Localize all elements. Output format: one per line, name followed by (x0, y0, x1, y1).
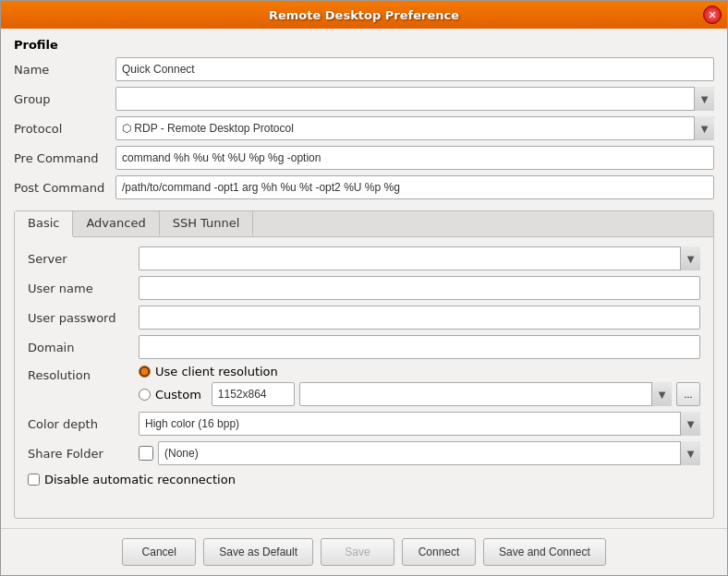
password-row: User password (28, 306, 700, 330)
save-button[interactable]: Save (321, 538, 394, 566)
name-input[interactable] (115, 57, 714, 81)
disable-reconnect-label: Disable automatic reconnection (44, 473, 236, 486)
resolution-use-client-radio[interactable] (139, 366, 151, 378)
resolution-custom-select[interactable] (299, 382, 672, 406)
username-row: User name (28, 276, 700, 300)
resolution-label: Resolution (28, 365, 139, 382)
resolution-custom-input[interactable] (212, 382, 295, 406)
name-label: Name (14, 63, 115, 77)
resolution-use-client-row: Use client resolution (139, 365, 700, 378)
window-title: Remote Desktop Preference (269, 8, 459, 22)
resolution-custom-row: Custom ▼ ... (139, 382, 700, 406)
close-button[interactable]: ✕ (703, 6, 722, 24)
server-row: Server ▼ (28, 246, 700, 270)
name-row: Name (14, 57, 714, 81)
tabs-header: Basic Advanced SSH Tunnel (15, 211, 713, 237)
domain-row: Domain (28, 335, 700, 359)
color-depth-row: Color depth High color (16 bpp) ▼ (28, 412, 700, 436)
basic-tab-content: Server ▼ User name (15, 237, 713, 518)
color-depth-control: High color (16 bpp) ▼ (139, 412, 700, 436)
main-window: Remote Desktop Preference ✕ Profile Name… (0, 0, 728, 576)
password-input[interactable] (139, 306, 700, 330)
tab-basic[interactable]: Basic (15, 211, 73, 237)
username-input[interactable] (139, 276, 700, 300)
cancel-button[interactable]: Cancel (122, 538, 196, 566)
resolution-dots-button[interactable]: ... (676, 382, 700, 406)
share-folder-control: (None) ▼ (139, 441, 700, 465)
pre-command-input[interactable] (115, 146, 714, 170)
tab-advanced[interactable]: Advanced (73, 211, 159, 236)
save-connect-button[interactable]: Save and Connect (483, 538, 606, 566)
name-control (115, 57, 714, 81)
disable-reconnect-row: Disable automatic reconnection (28, 473, 700, 486)
protocol-select[interactable]: ⬡ RDP - Remote Desktop Protocol (115, 116, 714, 140)
server-control: ▼ (139, 246, 700, 270)
protocol-row: Protocol ⬡ RDP - Remote Desktop Protocol… (14, 116, 714, 140)
protocol-select-wrapper: ⬡ RDP - Remote Desktop Protocol ▼ (115, 116, 714, 140)
group-label: Group (14, 92, 115, 106)
server-label: Server (28, 252, 139, 266)
post-command-input[interactable] (115, 175, 714, 199)
share-folder-select[interactable]: (None) (158, 441, 700, 465)
share-folder-checkbox[interactable] (139, 446, 153, 461)
tab-ssh-tunnel[interactable]: SSH Tunnel (160, 211, 254, 236)
resolution-custom-radio[interactable] (139, 389, 151, 401)
save-default-button[interactable]: Save as Default (203, 538, 313, 566)
domain-label: Domain (28, 341, 139, 354)
group-select[interactable] (115, 87, 714, 111)
password-control (139, 306, 700, 330)
resolution-custom-select-wrapper: ▼ (299, 382, 672, 406)
post-command-control (115, 175, 714, 199)
username-label: User name (28, 282, 139, 295)
pre-command-label: Pre Command (14, 151, 115, 165)
group-select-wrapper: ▼ (115, 87, 714, 111)
protocol-label: Protocol (14, 122, 115, 136)
group-control: ▼ (115, 87, 714, 111)
titlebar: Remote Desktop Preference ✕ (1, 1, 727, 29)
resolution-control: Use client resolution Custom ▼ (139, 365, 700, 406)
domain-control (139, 335, 700, 359)
pre-command-row: Pre Command (14, 146, 714, 170)
group-row: Group ▼ (14, 87, 714, 111)
main-content: Profile Name Group ▼ Protocol (1, 29, 727, 528)
footer-buttons: Cancel Save as Default Save Connect Save… (1, 528, 727, 575)
server-select-wrapper: ▼ (139, 246, 700, 270)
password-label: User password (28, 311, 139, 325)
server-select[interactable] (139, 246, 700, 270)
share-folder-row: Share Folder (None) ▼ (28, 441, 700, 465)
resolution-use-client-label: Use client resolution (155, 365, 278, 378)
resolution-row: Resolution Use client resolution Custom (28, 365, 700, 406)
tabs-container: Basic Advanced SSH Tunnel Server ▼ (14, 210, 714, 519)
color-depth-select[interactable]: High color (16 bpp) (139, 412, 700, 436)
share-folder-select-wrapper: (None) ▼ (158, 441, 700, 465)
resolution-custom-label: Custom (155, 388, 201, 402)
disable-reconnect-checkbox[interactable] (28, 474, 40, 486)
pre-command-control (115, 146, 714, 170)
post-command-label: Post Command (14, 181, 115, 195)
username-control (139, 276, 700, 300)
protocol-control: ⬡ RDP - Remote Desktop Protocol ▼ (115, 116, 714, 140)
connect-button[interactable]: Connect (402, 538, 476, 566)
share-folder-label: Share Folder (28, 447, 139, 461)
post-command-row: Post Command (14, 175, 714, 199)
profile-section-title: Profile (14, 38, 714, 52)
color-depth-label: Color depth (28, 417, 139, 431)
color-depth-select-wrapper: High color (16 bpp) ▼ (139, 412, 700, 436)
domain-input[interactable] (139, 335, 700, 359)
